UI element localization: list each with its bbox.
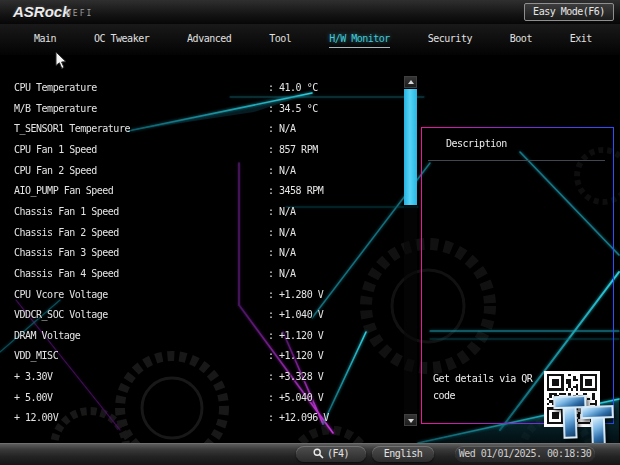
monitor-label: T_SENSOR1 Temperature [14, 119, 130, 139]
monitor-label: Chassis Fan 2 Speed [14, 223, 119, 243]
monitor-row: Chassis Fan 3 Speed: N/A [0, 243, 400, 263]
monitor-label: + 12.00V [14, 408, 58, 428]
mouse-cursor [55, 52, 69, 70]
menu-tabs: MainOC TweakerAdvancedToolH/W MonitorSec… [0, 24, 620, 48]
scroll-up-button[interactable] [404, 76, 417, 88]
monitor-row: + 12.00V: +12.096 V [0, 408, 400, 428]
monitor-value: : +12.096 V [268, 408, 329, 428]
monitor-value: : N/A [268, 243, 296, 263]
monitor-label: Chassis Fan 4 Speed [14, 264, 119, 284]
monitor-row: CPU Temperature: 41.0 °C [0, 78, 400, 98]
monitor-row: T_SENSOR1 Temperature: N/A [0, 119, 400, 139]
monitor-label: DRAM Voltage [14, 326, 80, 346]
monitor-value: : 41.0 °C [268, 78, 318, 98]
monitor-label: CPU Fan 1 Speed [14, 140, 97, 160]
monitor-value: : N/A [268, 161, 296, 181]
monitor-row: CPU Fan 2 Speed: N/A [0, 161, 400, 181]
monitor-value: : +5.040 V [268, 388, 323, 408]
status-bar: (F4) English Wed 01/01/2025. 00:18:30 [0, 443, 620, 465]
tab-security[interactable]: Security [428, 33, 472, 48]
scrollbar-thumb[interactable] [404, 89, 417, 205]
tab-oc-tweaker[interactable]: OC Tweaker [94, 33, 149, 48]
monitor-row: DRAM Voltage: +1.120 V [0, 326, 400, 346]
description-separator [428, 160, 605, 161]
monitor-value: : N/A [268, 264, 296, 284]
monitor-row: CPU Fan 1 Speed: 857 RPM [0, 140, 400, 160]
monitor-value: : N/A [268, 223, 296, 243]
monitor-value: : N/A [268, 202, 296, 222]
monitor-value: : +3.328 V [268, 367, 323, 387]
monitor-row: + 3.30V: +3.328 V [0, 367, 400, 387]
monitor-label: VDD_MISC [14, 346, 58, 366]
uefi-screen: ASRock UEFI Easy Mode(F6) MainOC Tweaker… [0, 0, 620, 465]
scroll-up-icon [408, 80, 414, 84]
description-title: Description [446, 138, 507, 149]
monitor-row: Chassis Fan 1 Speed: N/A [0, 202, 400, 222]
monitor-row: VDDCR_SOC Voltage: +1.040 V [0, 305, 400, 325]
tab-advanced[interactable]: Advanced [187, 33, 231, 48]
monitor-value: : +1.120 V [268, 326, 323, 346]
monitor-row: M/B Temperature: 34.5 °C [0, 99, 400, 119]
monitor-label: Chassis Fan 1 Speed [14, 202, 119, 222]
search-label: (F4) [327, 448, 349, 459]
monitor-row: CPU Vcore Voltage: +1.280 V [0, 285, 400, 305]
monitor-label: + 5.00V [14, 388, 53, 408]
qr-hint-text: Get details via QR code [433, 370, 553, 404]
search-icon [313, 448, 324, 459]
scroll-down-button[interactable] [404, 414, 417, 426]
monitor-label: VDDCR_SOC Voltage [14, 305, 108, 325]
monitor-row: AIO_PUMP Fan Speed: 3458 RPM [0, 181, 400, 201]
monitor-label: + 3.30V [14, 367, 53, 387]
datetime-display: Wed 01/01/2025. 00:18:30 [455, 446, 595, 462]
tab-exit[interactable]: Exit [570, 33, 592, 48]
monitor-value: : 3458 RPM [268, 181, 323, 201]
tab-h-w-monitor[interactable]: H/W Monitor [329, 33, 390, 48]
asrock-logo: ASRock [13, 3, 71, 20]
monitor-label: CPU Temperature [14, 78, 97, 98]
monitor-row: VDD_MISC: +1.120 V [0, 346, 400, 366]
search-button[interactable]: (F4) [296, 446, 366, 462]
monitor-value: : 857 RPM [268, 140, 318, 160]
monitor-row: Chassis Fan 4 Speed: N/A [0, 264, 400, 284]
scroll-down-icon [408, 419, 414, 423]
monitor-value: : N/A [268, 119, 296, 139]
tab-boot[interactable]: Boot [510, 33, 532, 48]
uefi-label: UEFI [66, 9, 93, 18]
monitor-value: : +1.280 V [268, 285, 323, 305]
monitor-label: M/B Temperature [14, 99, 97, 119]
tab-tool[interactable]: Tool [269, 33, 291, 48]
monitor-label: AIO_PUMP Fan Speed [14, 181, 113, 201]
monitor-label: CPU Fan 2 Speed [14, 161, 97, 181]
easy-mode-button[interactable]: Easy Mode(F6) [524, 3, 614, 21]
monitor-label: CPU Vcore Voltage [14, 285, 108, 305]
monitor-row: Chassis Fan 2 Speed: N/A [0, 223, 400, 243]
monitor-value: : +1.120 V [268, 346, 323, 366]
language-button[interactable]: English [372, 446, 434, 462]
monitor-label: Chassis Fan 3 Speed [14, 243, 119, 263]
monitor-row: + 5.00V: +5.040 V [0, 388, 400, 408]
title-bar: ASRock UEFI Easy Mode(F6) [0, 0, 620, 24]
tab-main[interactable]: Main [34, 33, 56, 48]
menu-bar: MainOC TweakerAdvancedToolH/W MonitorSec… [0, 24, 620, 55]
monitor-value: : 34.5 °C [268, 99, 318, 119]
monitor-value: : +1.040 V [268, 305, 323, 325]
